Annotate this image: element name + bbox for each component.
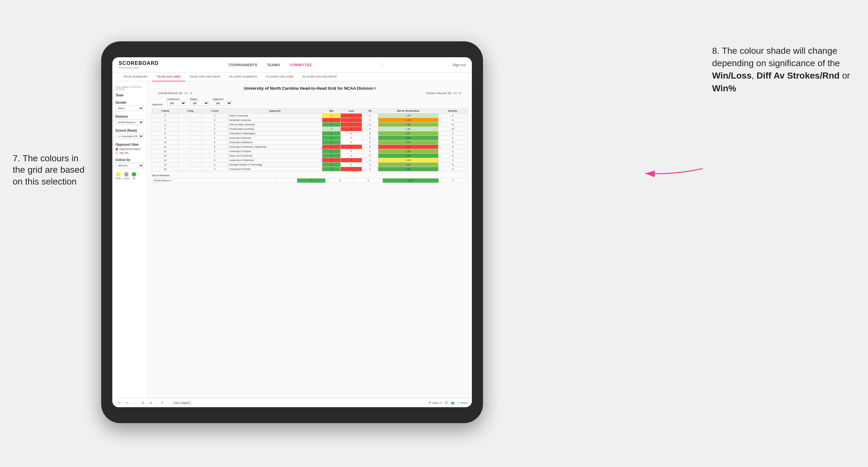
toolbar-redo[interactable]: ↪ bbox=[124, 401, 129, 405]
col-loss: Loss bbox=[341, 108, 362, 114]
toolbar-users[interactable]: 👥 bbox=[451, 402, 454, 404]
region-filter-select[interactable]: (All) bbox=[190, 101, 209, 105]
legend-dot-level bbox=[124, 172, 128, 177]
logo: SCOREBOARD Powered by clippd bbox=[119, 60, 159, 69]
col-conf: # Conf bbox=[202, 108, 227, 114]
division-record: Division Record: 88 - 17 - 0 bbox=[426, 92, 461, 95]
ood-rounds-val: 3 bbox=[439, 179, 467, 183]
sidebar-opponent-view-section: Opponent View Opponents Played Top 100 bbox=[116, 143, 144, 154]
col-win: Win bbox=[322, 108, 341, 114]
sub-nav-player-h2h-grid[interactable]: PLAYER H2H GRID bbox=[262, 72, 298, 82]
ood-name: NCAA Division II bbox=[152, 179, 277, 183]
logo-text: SCOREBOARD bbox=[119, 60, 159, 66]
radio-dot-top100 bbox=[116, 152, 118, 154]
nav-tournaments[interactable]: TOURNAMENTS bbox=[228, 63, 257, 67]
legend-level: Level bbox=[124, 172, 129, 179]
ood-win-val: 1 bbox=[297, 179, 326, 183]
sidebar-gender-label: Gender bbox=[116, 101, 144, 104]
sign-out-button[interactable]: Sign out bbox=[453, 63, 465, 67]
toolbar-undo[interactable]: ↩ bbox=[117, 401, 122, 405]
radio-top100[interactable]: Top 100 bbox=[116, 151, 144, 154]
sidebar-school-section: School (Rank) 1. University of Nort... bbox=[116, 129, 144, 139]
annotation-left: 7. The colours in the grid are based on … bbox=[13, 153, 89, 187]
toolbar-add[interactable]: ⊕ bbox=[148, 401, 153, 405]
sidebar-school-select[interactable]: 1. University of Nort... bbox=[116, 134, 144, 139]
legend-label-level: Level bbox=[124, 177, 129, 179]
table-row: 16 - 2 University of Florida 3 1 0 6.62 … bbox=[152, 167, 467, 172]
data-table: # Rank # Reg # Conf Opponent Win Loss Ti… bbox=[152, 108, 467, 172]
comment-icon: 💬 bbox=[445, 402, 448, 404]
annotation-right-text: The colour shade will change depending o… bbox=[712, 46, 840, 68]
sidebar-division-label: Division bbox=[116, 115, 144, 118]
sidebar-gender-select[interactable]: Men's bbox=[116, 105, 144, 111]
toolbar-view-label[interactable]: View: Original bbox=[171, 401, 192, 405]
logo-sub: Powered by clippd bbox=[119, 66, 159, 69]
col-diff: Diff Av Strokes/Rnd bbox=[378, 108, 438, 114]
col-rounds: Rounds bbox=[438, 108, 467, 114]
sub-nav-team-summary[interactable]: TEAM SUMMARY bbox=[119, 72, 152, 82]
out-of-division-table: NCAA Division II 1 0 0 26.00 3 bbox=[152, 178, 467, 183]
conference-filter-select[interactable]: (All) bbox=[167, 101, 186, 105]
share-icon: ↗ bbox=[458, 402, 460, 404]
nav-items: TOURNAMENTS TEAMS COMMITTEE bbox=[228, 63, 312, 67]
toolbar-clock[interactable]: ⏱ bbox=[159, 401, 165, 405]
toolbar: ↩ ↪ ← ⊞ ⊕ | ⏱ | View: Original 👁 Watch ▾… bbox=[112, 398, 472, 407]
annotation-bold1: Win/Loss bbox=[712, 71, 751, 81]
sidebar-gender-section: Gender Men's bbox=[116, 101, 144, 111]
ood-diff-val: 26.00 bbox=[382, 179, 438, 183]
opponents-label: Opponents: bbox=[152, 103, 163, 105]
region-filter-group: Region (All) bbox=[190, 98, 209, 105]
grid-title: University of North Carolina Head-to-Hea… bbox=[152, 86, 467, 91]
sidebar: Last Updated: 27/03/2024 16:55:38 Team G… bbox=[112, 82, 147, 398]
legend-dot-down bbox=[116, 172, 121, 177]
legend-label-down: Down bbox=[116, 177, 121, 179]
opponents-filter: Opponents: bbox=[152, 103, 163, 105]
sidebar-team-label: Team bbox=[116, 94, 144, 97]
table-row: 13 - 1 Texas Tech University 3 0 0 5.56 … bbox=[152, 154, 467, 158]
col-tie: Tie bbox=[362, 108, 378, 114]
opponent-filter-group: Opponent (All) bbox=[213, 98, 232, 105]
sub-nav-team-h2h-grid[interactable]: TEAM H2H GRID bbox=[152, 72, 185, 82]
sidebar-colour-by-section: Colour by Win/loss bbox=[116, 158, 144, 168]
table-row: 15 - 4 Georgia Institute of Technology 5… bbox=[152, 162, 467, 167]
annotation-left-number: 7. bbox=[13, 153, 20, 163]
sidebar-radio-group: Opponents Played Top 100 bbox=[116, 148, 144, 154]
table-row: 12 - 3 University of Virginia 1 0 0 2.33… bbox=[152, 149, 467, 154]
table-row: 4 - 1 Arizona State University 5 1 0 2.2… bbox=[152, 122, 467, 127]
toolbar-crop[interactable]: ⊞ bbox=[140, 401, 146, 405]
radio-dot-opponents-played bbox=[116, 148, 118, 151]
col-opponent: Opponent bbox=[227, 108, 322, 114]
sub-nav-player-h2h-heatmap[interactable]: PLAYER H2H HEATMAP bbox=[298, 72, 341, 82]
sub-nav-team-h2h-heatmap[interactable]: TEAM H2H HEATMAP bbox=[185, 72, 225, 82]
toolbar-comment[interactable]: 💬 bbox=[445, 402, 448, 404]
col-rank: # Rank bbox=[152, 108, 179, 114]
sidebar-division-select[interactable]: NCAA Division I bbox=[116, 120, 144, 125]
overall-record: Overall Record: 89 - 17 - 0 bbox=[158, 92, 192, 95]
annotation-right: 8. The colour shade will change dependin… bbox=[712, 44, 859, 94]
sidebar-last-updated: Last Updated: 27/03/2024 16:55:38 bbox=[116, 86, 144, 90]
ood-loss-val: 0 bbox=[326, 179, 354, 183]
toolbar-back[interactable]: ← bbox=[132, 401, 138, 405]
sub-nav-player-summary[interactable]: PLAYER SUMMARY bbox=[225, 72, 262, 82]
tablet-screen: SCOREBOARD Powered by clippd TOURNAMENTS… bbox=[112, 57, 472, 407]
nav-teams[interactable]: TEAMS bbox=[267, 63, 280, 67]
nav-committee[interactable]: COMMITTEE bbox=[289, 63, 312, 67]
toolbar-watch[interactable]: 👁 Watch ▾ bbox=[429, 402, 441, 404]
conference-filter-group: Conference (All) bbox=[167, 98, 186, 105]
toolbar-share[interactable]: ↗ Share bbox=[458, 402, 467, 404]
radio-opponents-played[interactable]: Opponents Played bbox=[116, 148, 144, 151]
opponent-filter-select[interactable]: (All) bbox=[213, 101, 232, 105]
sidebar-legend: Down Level Up bbox=[116, 172, 144, 179]
grid-subtitle: Overall Record: 89 - 17 - 0 Division Rec… bbox=[152, 92, 467, 95]
table-row: 10 - 5 University of Alabama 3 0 0 2.61 … bbox=[152, 140, 467, 145]
region-filter-label: Region bbox=[190, 98, 209, 100]
table-row: 11 - 6 University of Arkansas, Fayettevi… bbox=[152, 145, 467, 149]
sidebar-colour-by-select[interactable]: Win/loss bbox=[116, 163, 144, 168]
users-icon: 👥 bbox=[451, 402, 454, 404]
sidebar-colour-by-label: Colour by bbox=[116, 158, 144, 162]
watch-icon: 👁 bbox=[429, 402, 431, 404]
legend-label-up: Up bbox=[132, 177, 135, 179]
table-row: 9 - 1 University of Arizona 1 0 0 9.00 2 bbox=[152, 136, 467, 140]
table-row: 2 - 1 Auburn University 2 1 0 1.67 9 bbox=[152, 114, 467, 118]
out-of-division-row: NCAA Division II 1 0 0 26.00 3 bbox=[152, 179, 467, 183]
